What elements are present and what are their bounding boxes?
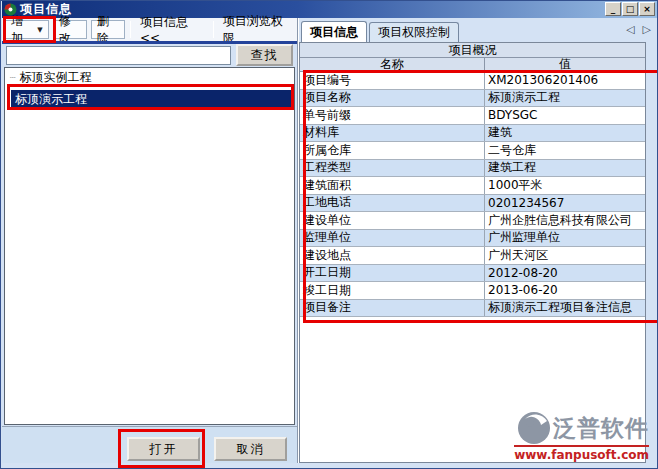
field-value: 2013-06-20 (485, 282, 645, 299)
field-name: 工地电话 (300, 195, 485, 212)
field-name: 建筑面积 (300, 177, 485, 194)
table-row[interactable]: 建设地点 广州天河区 (300, 247, 645, 265)
toolbar-separator (130, 21, 131, 38)
toolbar: 增加 ▼ 修改 删除 项目信息<< 项目浏览权限 (2, 18, 298, 41)
open-button-label: 打开 (150, 441, 178, 458)
tree-item-demo-project[interactable]: 标顶演示工程 (11, 90, 293, 108)
table-row[interactable]: 竣工日期 2013-06-20 (300, 282, 645, 300)
field-name: 项目编号 (300, 72, 485, 89)
table-row[interactable]: 建设单位 广州企胜信息科技有限公司 (300, 212, 645, 230)
field-name: 所属仓库 (300, 142, 485, 159)
watermark: 泛普软件 www.fanpusoft.com (499, 411, 649, 462)
tab-project-permission[interactable]: 项目权限控制 (369, 22, 459, 42)
field-name: 项目备注 (300, 300, 485, 317)
close-button[interactable]: × (639, 2, 655, 16)
tab-next-icon[interactable]: ▷ (643, 23, 651, 36)
tree-line-icon: ┄ (10, 73, 16, 83)
field-value: XM201306201406 (485, 72, 645, 89)
field-value: 二号仓库 (485, 142, 645, 159)
find-button[interactable]: 查找 (236, 44, 293, 66)
field-value: 建筑 (485, 125, 645, 142)
tab-label: 项目信息 (310, 24, 358, 41)
search-row: 查找 (2, 44, 298, 67)
table-body: 项目编号 XM201306201406 项目名称 标顶演示工程 单号前缀 BDY… (300, 72, 645, 317)
field-name: 材料库 (300, 125, 485, 142)
table-row[interactable]: 监理单位 广州监理单位 (300, 230, 645, 248)
field-name: 监理单位 (300, 230, 485, 247)
delete-button[interactable]: 删除 (91, 20, 125, 39)
field-name: 建设单位 (300, 212, 485, 229)
table-title-label: 项目概况 (449, 42, 497, 59)
field-value: 建筑工程 (485, 160, 645, 177)
column-header-name: 名称 (300, 58, 485, 71)
project-tree: ┄ 标顶实例工程 标顶演示工程 (4, 67, 295, 425)
field-name: 竣工日期 (300, 282, 485, 299)
field-value: BDYSGC (485, 107, 645, 124)
field-value: 1000平米 (485, 177, 645, 194)
field-value: 广州监理单位 (485, 230, 645, 247)
browse-permission-button[interactable]: 项目浏览权限 (218, 20, 294, 39)
tab-project-info[interactable]: 项目信息 (301, 21, 367, 42)
table-header-row: 名称 值 (300, 58, 645, 72)
maximize-icon: □ (626, 5, 635, 14)
field-name: 单号前缀 (300, 107, 485, 124)
field-name: 开工日期 (300, 265, 485, 282)
tree-item-label: 标顶演示工程 (15, 91, 87, 108)
table-row[interactable]: 建筑面积 1000平米 (300, 177, 645, 195)
field-value: 标顶演示工程项目备注信息 (485, 300, 645, 317)
field-value: 广州企胜信息科技有限公司 (485, 212, 645, 229)
table-title: 项目概况 (300, 43, 645, 58)
tree-item-example-project[interactable]: ┄ 标顶实例工程 (5, 70, 294, 85)
field-value: 0201234567 (485, 195, 645, 212)
table-row[interactable]: 单号前缀 BDYSGC (300, 107, 645, 125)
modify-button[interactable]: 修改 (53, 20, 87, 39)
table-row[interactable]: 工程类型 建筑工程 (300, 160, 645, 178)
field-value: 2012-08-20 (485, 265, 645, 282)
open-button[interactable]: 打开 (127, 437, 200, 461)
field-value: 广州天河区 (485, 247, 645, 264)
tab-label: 项目权限控制 (378, 24, 450, 41)
maximize-button[interactable]: □ (622, 2, 638, 16)
brand-site: www.fanpusoft.com (514, 445, 649, 462)
tree-item-label: 标顶实例工程 (19, 69, 91, 86)
cancel-button-label: 取消 (237, 441, 265, 458)
find-button-label: 查找 (251, 47, 279, 64)
column-header-value: 值 (485, 58, 645, 71)
search-input[interactable] (6, 46, 231, 65)
table-row[interactable]: 开工日期 2012-08-20 (300, 265, 645, 283)
table-row[interactable]: 所属仓库 二号仓库 (300, 142, 645, 160)
project-info-collapse-button[interactable]: 项目信息<< (135, 20, 208, 39)
toolbar-separator (213, 21, 214, 38)
cancel-button[interactable]: 取消 (214, 437, 287, 461)
table-row[interactable]: 项目名称 标顶演示工程 (300, 90, 645, 108)
table-row[interactable]: 项目备注 标顶演示工程项目备注信息 (300, 300, 645, 318)
bottom-bar: 打开 取消 (2, 426, 298, 463)
tab-bar: 项目信息 项目权限控制 ◁ ▷ (301, 21, 657, 42)
minimize-button[interactable]: _ (605, 2, 621, 16)
field-name: 工程类型 (300, 160, 485, 177)
close-icon: × (643, 5, 651, 14)
project-detail-table: 项目概况 名称 值 项目编号 XM201306201406 项目名称 标顶演示工… (299, 42, 646, 463)
table-row[interactable]: 项目编号 XM201306201406 (300, 72, 645, 90)
field-value: 标顶演示工程 (485, 90, 645, 107)
fanpu-logo-icon (517, 411, 551, 445)
field-name: 建设地点 (300, 247, 485, 264)
table-row[interactable]: 材料库 建筑 (300, 125, 645, 143)
project-info-window: 项目信息 _ □ × 增加 ▼ 修改 删除 项目信息<< (0, 0, 658, 469)
minimize-icon: _ (611, 5, 616, 14)
tab-prev-icon[interactable]: ◁ (626, 23, 634, 36)
brand-name: 泛普软件 (553, 413, 649, 444)
table-row[interactable]: 工地电话 0201234567 (300, 195, 645, 213)
dropdown-arrow-icon: ▼ (37, 26, 42, 34)
add-button[interactable]: 增加 ▼ (5, 20, 49, 39)
field-name: 项目名称 (300, 90, 485, 107)
